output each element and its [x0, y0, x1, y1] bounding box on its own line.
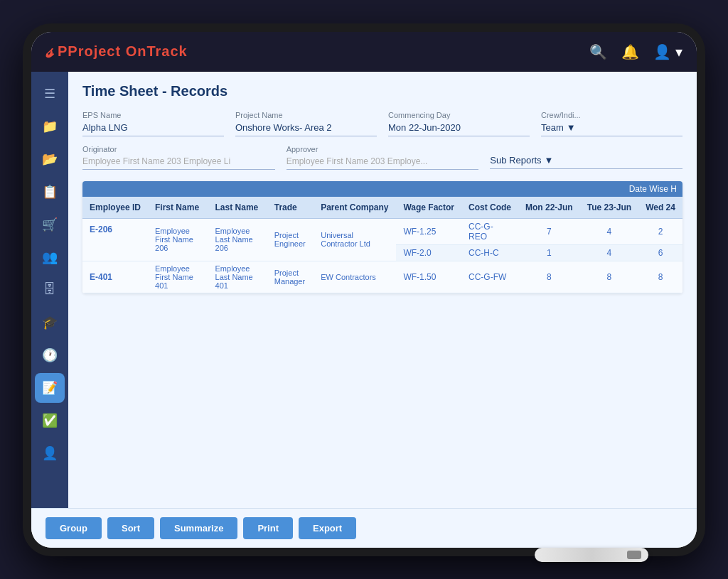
last-name-cell: Employee Last Name 206: [208, 218, 267, 261]
eps-label: EPS Name: [82, 111, 224, 119]
crew-select[interactable]: Team ▼: [541, 122, 682, 136]
app-title: PProject OnTrack: [58, 43, 188, 60]
sidebar: ☰ 📁 📂 📋 🛒 👥 🗄 🎓 🕐 📝 ✅ 👤: [31, 72, 68, 508]
cost-code-cell: CC-H-C: [461, 244, 518, 261]
form-row-1: EPS Name Alpha LNG Project Name Onshore …: [82, 111, 682, 136]
crew-label: Crew/Indi...: [541, 111, 682, 119]
stylus-tip: [627, 551, 641, 559]
project-field: Project Name Onshore Works- Area 2: [235, 111, 377, 136]
tablet-frame: 𝓈 PProject OnTrack 🔍 🔔 👤 ▾ ☰ 📁 📂 📋 🛒 👥: [23, 23, 705, 556]
emp-id-cell: E-401: [82, 261, 148, 293]
wage-factor-cell: WF-1.50: [396, 261, 461, 293]
search-icon[interactable]: 🔍: [589, 43, 607, 60]
wage-factor-cell: WF-1.25: [396, 218, 461, 244]
content-area: Time Sheet - Records EPS Name Alpha LNG …: [68, 72, 697, 508]
eps-value: Alpha LNG: [82, 122, 224, 136]
summarize-button[interactable]: Summarize: [160, 517, 237, 539]
form-row-2: Originator Employee First Name 203 Emplo…: [82, 145, 682, 170]
col-tue-23: Tue 23-Jun: [580, 197, 638, 219]
crew-value: Team: [541, 122, 564, 133]
sub-reports-label: Sub Reports: [490, 155, 541, 166]
eps-field: EPS Name Alpha LNG: [82, 111, 224, 136]
sidebar-item-timesheet[interactable]: 📝: [35, 373, 65, 403]
sub-reports-field: Sub Reports ▼: [490, 145, 682, 170]
approver-label: Approver: [287, 145, 479, 153]
sidebar-item-check[interactable]: ✅: [35, 406, 65, 435]
col-parent-company: Parent Company: [314, 197, 396, 219]
page-title: Time Sheet - Records: [82, 83, 682, 99]
col-trade: Trade: [267, 197, 314, 219]
sidebar-item-folder[interactable]: 📁: [35, 112, 65, 141]
stylus: [535, 548, 648, 562]
export-button[interactable]: Export: [299, 517, 356, 539]
date-wise-header: Date Wise H: [82, 181, 682, 197]
logo-area: 𝓈 PProject OnTrack: [46, 40, 188, 63]
col-mon-22: Mon 22-Jun: [518, 197, 580, 219]
table-row: E-401 Employee First Name 401 Employee L…: [82, 261, 682, 293]
title-highlight: P: [58, 43, 68, 59]
approver-field: Approver Employee First Name 203 Employe…: [287, 145, 479, 170]
sort-button[interactable]: Sort: [107, 517, 154, 539]
tue-cell: 8: [580, 261, 638, 293]
user-icon[interactable]: 👤 ▾: [653, 43, 682, 60]
wed-cell: 6: [638, 244, 682, 261]
print-button[interactable]: Print: [243, 517, 293, 539]
col-last-name: Last Name: [208, 197, 267, 219]
sub-reports-select[interactable]: Sub Reports ▼: [490, 155, 682, 169]
sidebar-item-hat[interactable]: 🎓: [35, 308, 65, 337]
col-cost-code: Cost Code: [461, 197, 518, 219]
table-row: E-206 Employee First Name 206 Employee L…: [82, 218, 682, 244]
commencing-label: Commencing Day: [388, 111, 530, 119]
col-wed-24: Wed 24: [638, 197, 682, 219]
sidebar-item-calendar[interactable]: 📋: [35, 177, 65, 207]
tablet-screen: 𝓈 PProject OnTrack 🔍 🔔 👤 ▾ ☰ 📁 📂 📋 🛒 👥: [31, 32, 697, 548]
mon-cell: 7: [518, 218, 580, 244]
trade-cell: Project Engineer: [267, 218, 314, 261]
wage-factor-cell: WF-2.0: [396, 244, 461, 261]
bottom-toolbar: Group Sort Summarize Print Export: [31, 508, 697, 548]
sidebar-item-menu[interactable]: ☰: [35, 79, 65, 109]
first-name-cell: Employee First Name 206: [148, 218, 208, 261]
emp-id-cell: E-206: [82, 218, 148, 261]
parent-company-cell: EW Contractors: [314, 261, 396, 293]
sidebar-item-person[interactable]: 👤: [35, 438, 65, 468]
col-first-name: First Name: [148, 197, 208, 219]
sidebar-item-team[interactable]: 👥: [35, 242, 65, 272]
col-emp-id: Employee ID: [82, 197, 148, 219]
timesheet-table: Date Wise H Employee ID First Name Last …: [82, 181, 682, 293]
originator-label: Originator: [82, 145, 275, 153]
bell-icon[interactable]: 🔔: [621, 43, 639, 60]
sidebar-item-clock[interactable]: 🕐: [35, 340, 65, 370]
sidebar-item-database[interactable]: 🗄: [35, 275, 65, 305]
nav-icons: 🔍 🔔 👤 ▾: [589, 43, 682, 60]
mon-cell: 8: [518, 261, 580, 293]
mon-cell: 1: [518, 244, 580, 261]
cost-code-cell: CC-G-REO: [461, 218, 518, 244]
trade-cell: Project Manager: [267, 261, 314, 293]
crew-dropdown-arrow: ▼: [567, 122, 576, 133]
crew-field: Crew/Indi... Team ▼: [541, 111, 682, 136]
parent-company-cell: Universal Contractor Ltd: [314, 218, 396, 261]
sidebar-item-cart[interactable]: 🛒: [35, 210, 65, 239]
commencing-value: Mon 22-Jun-2020: [388, 122, 530, 136]
project-value: Onshore Works- Area 2: [235, 122, 377, 136]
logo-icon: 𝓈: [46, 40, 52, 63]
top-nav: 𝓈 PProject OnTrack 🔍 🔔 👤 ▾: [31, 32, 697, 72]
sub-reports-arrow: ▼: [545, 155, 554, 166]
commencing-field: Commencing Day Mon 22-Jun-2020: [388, 111, 530, 136]
group-button[interactable]: Group: [46, 517, 102, 539]
records-table: Employee ID First Name Last Name Trade P…: [82, 197, 682, 293]
col-wage-factor: Wage Factor: [396, 197, 461, 219]
originator-value: Employee First Name 203 Employee Li: [82, 156, 275, 170]
table-header-row: Employee ID First Name Last Name Trade P…: [82, 197, 682, 219]
project-label: Project Name: [235, 111, 377, 119]
main-area: ☰ 📁 📂 📋 🛒 👥 🗄 🎓 🕐 📝 ✅ 👤 Time Sheet - Rec…: [31, 72, 697, 508]
tue-cell: 4: [580, 218, 638, 244]
wed-cell: 2: [638, 218, 682, 244]
last-name-cell: Employee Last Name 401: [208, 261, 267, 293]
cost-code-cell: CC-G-FW: [461, 261, 518, 293]
sidebar-item-folder-open[interactable]: 📂: [35, 144, 65, 174]
first-name-cell: Employee First Name 401: [148, 261, 208, 293]
tue-cell: 4: [580, 244, 638, 261]
approver-value: Employee First Name 203 Employe...: [287, 156, 479, 170]
